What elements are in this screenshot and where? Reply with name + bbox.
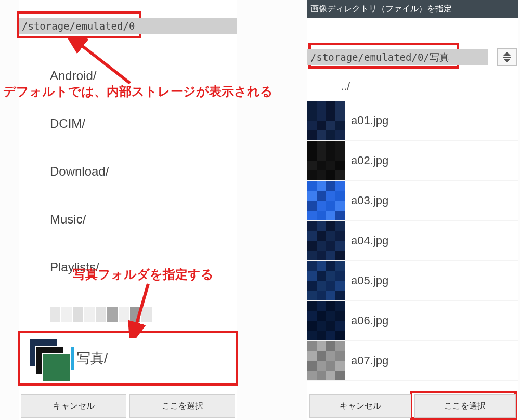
chevron-up-icon — [503, 52, 511, 56]
file-item[interactable]: a05.jpg — [307, 261, 518, 301]
path-display-right: /storage/emulated/0/写真 — [307, 49, 488, 65]
select-here-button[interactable]: ここを選択 — [129, 394, 235, 418]
up-directory[interactable]: ../ — [307, 72, 518, 101]
updir-label: ../ — [341, 80, 350, 93]
dir-item-dcim[interactable]: DCIM/ — [50, 100, 237, 148]
dir-label: Download/ — [50, 164, 109, 179]
right-phone: 画像ディレクトリ（ファイル）を指定 /storage/emulated/0/写真… — [307, 0, 518, 420]
sort-bar-icon — [503, 57, 511, 58]
button-bar-left: キャンセル ここを選択 — [19, 394, 237, 418]
dir-item-music[interactable]: Music/ — [50, 195, 237, 243]
file-thumbnail-icon — [307, 181, 345, 220]
chevron-down-icon — [503, 59, 511, 62]
dir-label: 写真/ — [77, 349, 108, 368]
file-thumbnail-icon — [307, 341, 345, 380]
file-name-label: a02.jpg — [351, 154, 388, 167]
stacked-thumbnails-icon — [28, 338, 68, 378]
file-item[interactable]: a04.jpg — [307, 221, 518, 261]
file-item[interactable]: a03.jpg — [307, 181, 518, 221]
dir-item-download[interactable]: Download/ — [50, 148, 237, 195]
path-display-left: /storage/emulated/0 — [19, 18, 237, 34]
file-thumbnail-icon — [307, 261, 345, 300]
file-name-label: a03.jpg — [351, 194, 388, 207]
sort-button[interactable] — [497, 48, 517, 66]
app-bar-title: 画像ディレクトリ（ファイル）を指定 — [307, 0, 518, 18]
file-list: a01.jpga02.jpga03.jpga04.jpga05.jpga06.j… — [307, 101, 518, 392]
dir-label: Music/ — [50, 212, 86, 227]
dir-label: Playlists/ — [50, 260, 99, 274]
file-name-label: a01.jpg — [351, 114, 388, 127]
file-item[interactable]: a02.jpg — [307, 141, 518, 181]
cancel-button[interactable]: キャンセル — [21, 394, 126, 418]
button-bar-right: キャンセル ここを選択 — [307, 394, 518, 418]
file-thumbnail-icon — [307, 221, 345, 260]
dir-item-photos[interactable]: 写真/ — [22, 334, 234, 383]
dir-label: Android/ — [50, 69, 96, 83]
file-thumbnail-icon — [307, 141, 345, 180]
selection-indicator-icon — [71, 347, 74, 370]
file-thumbnail-icon — [307, 301, 345, 340]
file-name-label: a04.jpg — [351, 234, 388, 247]
dir-item-android[interactable]: Android/ — [50, 52, 237, 100]
file-name-label: a05.jpg — [351, 274, 388, 287]
file-item[interactable]: a06.jpg — [307, 301, 518, 341]
dir-label: DCIM/ — [50, 116, 85, 131]
file-item[interactable]: a01.jpg — [307, 101, 518, 141]
left-phone: /storage/emulated/0 Android/ DCIM/ Downl… — [19, 0, 237, 420]
file-name-label: a06.jpg — [351, 314, 388, 327]
cancel-button[interactable]: キャンセル — [309, 394, 411, 418]
file-item[interactable]: a07.jpg — [307, 341, 518, 381]
file-name-label: a07.jpg — [351, 354, 388, 368]
dir-item-playlists[interactable]: Playlists/ — [50, 243, 237, 291]
select-here-button[interactable]: ここを選択 — [414, 394, 516, 418]
file-thumbnail-icon — [307, 101, 345, 140]
